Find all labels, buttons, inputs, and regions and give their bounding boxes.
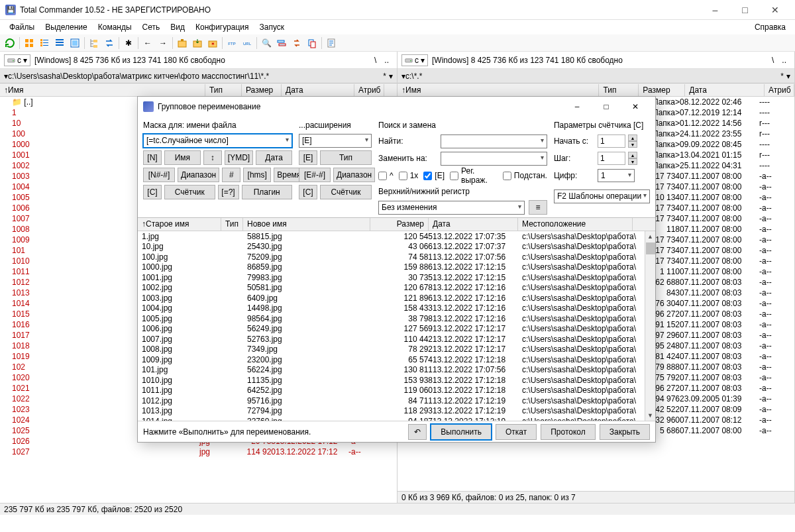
chk-subst[interactable]: Подстан. xyxy=(503,171,547,180)
multirename-icon[interactable] xyxy=(274,36,289,50)
forward-icon[interactable]: → xyxy=(156,36,170,50)
e-button[interactable]: [E] xyxy=(299,150,317,165)
plugin-button[interactable]: Плагин xyxy=(242,185,293,199)
ymd-button[interactable]: [YMD] xyxy=(225,150,253,165)
menu-files[interactable]: Файлы xyxy=(4,21,40,33)
table-row[interactable]: 10.jpg25430.jpg43 06613.12.2022 17:07:37… xyxy=(138,242,655,252)
execute-button[interactable]: Выполнить xyxy=(431,424,492,440)
sync-icon[interactable] xyxy=(290,36,304,50)
table-row[interactable]: 1009.jpg23200.jpg65 57413.12.2022 17:12:… xyxy=(138,354,655,365)
scroll-up-icon[interactable]: ▲ xyxy=(645,231,655,242)
table-row[interactable]: 1002.jpg50581.jpg120 67813.12.2022 17:12… xyxy=(138,283,655,293)
spin-down-icon[interactable]: ▼ xyxy=(628,141,637,148)
ftp-icon[interactable]: FTP xyxy=(225,36,239,50)
rollback-button[interactable]: Откат xyxy=(496,424,537,440)
start-input[interactable] xyxy=(598,134,625,148)
table-row[interactable]: 1010.jpg11135.jpg153 93813.12.2022 17:12… xyxy=(138,375,655,386)
grid-icon[interactable] xyxy=(22,36,36,50)
ext-counter-button[interactable]: Счётчик xyxy=(320,185,372,199)
left-root-button[interactable]: \ xyxy=(370,56,380,65)
digits-select[interactable]: 1 xyxy=(598,169,635,182)
star-icon[interactable]: ✱ xyxy=(121,36,136,50)
menu-net[interactable]: Сеть xyxy=(137,21,166,33)
templates-select[interactable]: F2 Шаблоны операции xyxy=(554,189,650,203)
left-up-button[interactable]: .. xyxy=(380,56,393,65)
menu-help[interactable]: Справка xyxy=(749,21,791,33)
find-input[interactable] xyxy=(441,134,547,148)
right-path[interactable]: ▾c:\*.* * ▾ xyxy=(398,69,794,83)
tree-icon[interactable] xyxy=(87,36,101,50)
ext-type-button[interactable]: Тип xyxy=(320,150,372,165)
table-row[interactable]: 1008.jpg7349.jpg78 29213.12.2022 17:12:1… xyxy=(138,345,655,355)
search-icon[interactable]: 🔍 xyxy=(259,36,274,50)
dialog-minimize-button[interactable]: – xyxy=(562,97,592,116)
left-column-header[interactable]: ↑Имя Тип Размер Дата Атриб xyxy=(0,83,397,97)
table-row[interactable]: 1014.jpg33760.jpg94 18713.12.2022 17:12:… xyxy=(138,416,655,421)
maximize-button[interactable]: □ xyxy=(730,1,760,19)
range-button[interactable]: Диапазон xyxy=(178,168,219,182)
table-row[interactable]: 1004.jpg14498.jpg158 43313.12.2022 17:12… xyxy=(138,303,655,314)
table-row[interactable]: 1005.jpg98564.jpg38 79813.12.2022 17:12:… xyxy=(138,313,655,324)
filename-mask-input[interactable]: [=tc.Случайное число] xyxy=(143,134,292,148)
details-icon[interactable] xyxy=(52,36,67,50)
chk-regex[interactable]: Рег. выраж. xyxy=(450,166,498,185)
hash-button[interactable]: # xyxy=(222,168,240,182)
table-row[interactable]: 1003.jpg6409.jpg121 89613.12.2022 17:12:… xyxy=(138,293,655,303)
chk-caret[interactable]: ^ xyxy=(378,171,394,180)
close-dialog-button[interactable]: Закрыть xyxy=(600,424,650,440)
table-row[interactable]: 1.jpg58815.jpg120 54513.12.2022 17:07:35… xyxy=(138,231,655,242)
menu-view[interactable]: Вид xyxy=(165,21,190,33)
copy-icon[interactable] xyxy=(305,36,319,50)
updown-button[interactable]: ↕ xyxy=(203,150,222,165)
left-drive-select[interactable]: c ▾ xyxy=(4,54,30,66)
preview-grid[interactable]: ↑Старое имя Тип Новое имя Размер Дата Ме… xyxy=(138,217,655,421)
ext-c-button[interactable]: [C] xyxy=(299,185,317,199)
back-icon[interactable]: ← xyxy=(140,36,155,50)
chevron-down-icon[interactable]: ▾ xyxy=(389,72,393,81)
menu-selection[interactable]: Выделение xyxy=(40,21,93,33)
undo-settings-button[interactable]: ↶ xyxy=(408,424,427,440)
spin-up-icon[interactable]: ▲ xyxy=(628,152,637,158)
replace-input[interactable] xyxy=(441,152,547,166)
table-row[interactable]: 100.jpg75209.jpg74 58113.12.2022 17:07:5… xyxy=(138,252,655,262)
minimize-button[interactable]: – xyxy=(700,1,730,19)
table-row[interactable]: 1007.jpg52763.jpg110 44213.12.2022 17:12… xyxy=(138,334,655,345)
swap-icon[interactable] xyxy=(102,36,117,50)
n-button[interactable]: [N] xyxy=(143,150,162,165)
fav-icon[interactable]: * xyxy=(380,72,389,81)
url-icon[interactable]: URL xyxy=(240,36,254,50)
spin-up-icon[interactable]: ▲ xyxy=(628,134,637,141)
fav-icon[interactable]: * xyxy=(778,72,786,81)
unpack-icon[interactable] xyxy=(190,36,205,50)
refresh-icon[interactable] xyxy=(3,36,17,50)
chk-1x[interactable]: 1x xyxy=(399,171,419,180)
spin-down-icon[interactable]: ▼ xyxy=(628,158,637,165)
table-row[interactable]: 1011.jpg64252.jpg119 06013.12.2022 17:12… xyxy=(138,386,655,396)
plugin-eq-button[interactable]: [=?] xyxy=(218,185,239,199)
ext-mask-input[interactable]: [E] xyxy=(299,134,372,148)
table-row[interactable]: 1001.jpg79983.jpg30 73513.12.2022 17:12:… xyxy=(138,272,655,283)
preview-scrollbar[interactable]: ▲ ▼ xyxy=(645,231,655,421)
menu-run[interactable]: Запуск xyxy=(254,21,290,33)
test-icon[interactable]: ✶ xyxy=(205,36,220,50)
scroll-down-icon[interactable]: ▼ xyxy=(645,410,655,421)
right-column-header[interactable]: ↑Имя Тип Размер Дата Атриб xyxy=(398,83,794,97)
hms-button[interactable]: [hms] xyxy=(243,168,271,182)
right-up-button[interactable]: .. xyxy=(778,56,790,65)
chevron-down-icon[interactable]: ▾ xyxy=(786,72,790,81)
date-button[interactable]: Дата xyxy=(256,150,292,165)
close-button[interactable]: ✕ xyxy=(760,1,790,19)
ext-range-button[interactable]: Диапазон xyxy=(333,168,375,182)
dialog-maximize-button[interactable]: □ xyxy=(592,97,621,116)
table-row[interactable]: 101.jpg56224.jpg130 81113.12.2022 17:07:… xyxy=(138,365,655,376)
notepad-icon[interactable] xyxy=(324,36,339,50)
left-path[interactable]: ▾c:\Users\sasha\Desktop\работа\матрикс к… xyxy=(0,69,397,83)
protocol-button[interactable]: Протокол xyxy=(541,424,596,440)
pack-icon[interactable] xyxy=(175,36,189,50)
e-range-button[interactable]: [E#-#] xyxy=(299,168,331,182)
chk-e[interactable]: [E] xyxy=(423,171,445,180)
step-input[interactable] xyxy=(598,152,625,165)
c-button[interactable]: [C] xyxy=(143,185,162,199)
edit-list-button[interactable]: ≡ xyxy=(529,200,547,215)
list-icon[interactable] xyxy=(37,36,52,50)
